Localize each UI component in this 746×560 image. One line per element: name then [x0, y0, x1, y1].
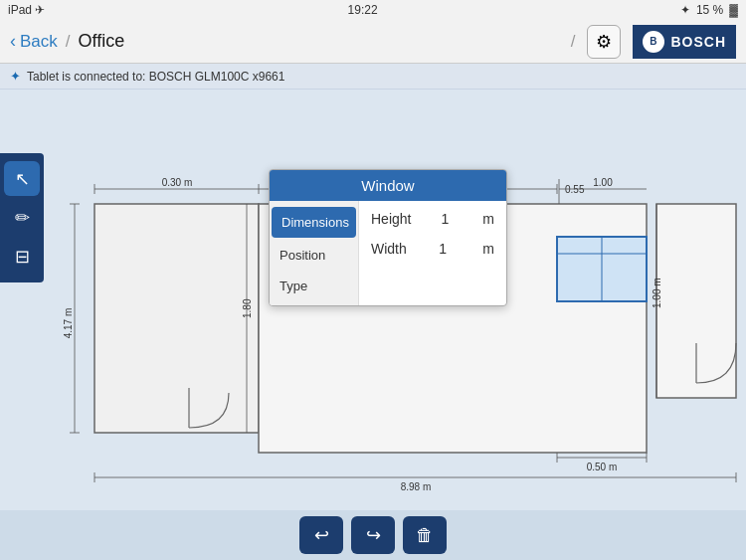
tab-type[interactable]: Type: [270, 271, 358, 301]
undo-button[interactable]: ↩: [299, 516, 343, 554]
back-button[interactable]: Back: [20, 32, 58, 52]
popup-tabs: Dimensions Position Type: [270, 201, 359, 305]
popup-body: Dimensions Position Type Height 1 m Widt…: [270, 201, 506, 305]
bosch-circle-icon: B: [643, 31, 664, 53]
page-title: Office: [79, 31, 125, 52]
breadcrumb-separator: /: [66, 32, 71, 52]
dim-label-1m-right-v: 1.00 m: [652, 278, 662, 308]
status-time: 19:22: [348, 3, 378, 17]
ipad-label: iPad ✈: [8, 3, 45, 17]
battery-icon: ▓: [729, 3, 738, 17]
tab-dimensions[interactable]: Dimensions: [272, 207, 356, 238]
nav-bar: ‹ Back / Office / ⚙ B BOSCH: [0, 20, 746, 64]
status-left: iPad ✈: [8, 3, 45, 17]
dim-label-050: 0.50 m: [587, 462, 618, 472]
nav-left: ‹ Back / Office: [10, 31, 124, 52]
status-right: ✦ 15 % ▓: [680, 3, 738, 17]
window-popup: Window Dimensions Position Type Height 1…: [269, 169, 507, 306]
width-label: Width: [371, 241, 407, 257]
width-value[interactable]: 1: [439, 241, 447, 257]
back-arrow-icon[interactable]: ‹: [10, 31, 16, 52]
main-canvas: ↖ ✏ ⊟ 0.55 1.00 m 1.00: [0, 90, 746, 560]
width-row: Width 1 m: [371, 241, 494, 257]
delete-icon: 🗑: [416, 525, 434, 546]
battery-percent: 15 %: [696, 3, 723, 17]
height-unit: m: [482, 211, 494, 227]
width-unit: m: [482, 241, 494, 257]
tab-position[interactable]: Position: [270, 240, 358, 271]
settings-button[interactable]: ⚙: [587, 25, 621, 59]
nav-slash: /: [571, 32, 576, 52]
bluetooth-icon: ✦: [10, 69, 21, 84]
undo-icon: ↩: [314, 524, 329, 546]
dim-label-055: 0.55: [565, 184, 585, 195]
bosch-logo: B BOSCH: [633, 25, 736, 59]
bluetooth-message: Tablet is connected to: BOSCH GLM100C x9…: [27, 70, 284, 84]
bosch-text: BOSCH: [670, 34, 726, 50]
dim-label-1m-right: 1.00: [593, 177, 613, 188]
dim-label-898: 8.98 m: [401, 481, 432, 492]
bottom-toolbar: ↩ ↪ 🗑: [0, 510, 746, 560]
dim-label-180: 1.80: [242, 298, 253, 318]
popup-title: Window: [270, 170, 506, 201]
height-row: Height 1 m: [371, 211, 494, 227]
room-left: [94, 204, 259, 433]
bluetooth-bar: ✦ Tablet is connected to: BOSCH GLM100C …: [0, 64, 746, 90]
delete-button[interactable]: 🗑: [403, 516, 447, 554]
redo-button[interactable]: ↪: [351, 516, 395, 554]
dim-label-417: 4.17 m: [63, 308, 74, 339]
bluetooth-status-icon: ✦: [680, 3, 690, 17]
gear-icon: ⚙: [596, 31, 612, 53]
height-label: Height: [371, 211, 411, 227]
nav-right: / ⚙ B BOSCH: [571, 25, 736, 59]
height-value[interactable]: 1: [442, 211, 450, 227]
popup-dimensions-content: Height 1 m Width 1 m: [359, 201, 506, 305]
status-bar: iPad ✈ 19:22 ✦ 15 % ▓: [0, 0, 746, 20]
dim-label-030: 0.30 m: [162, 177, 193, 188]
redo-icon: ↪: [366, 524, 381, 546]
